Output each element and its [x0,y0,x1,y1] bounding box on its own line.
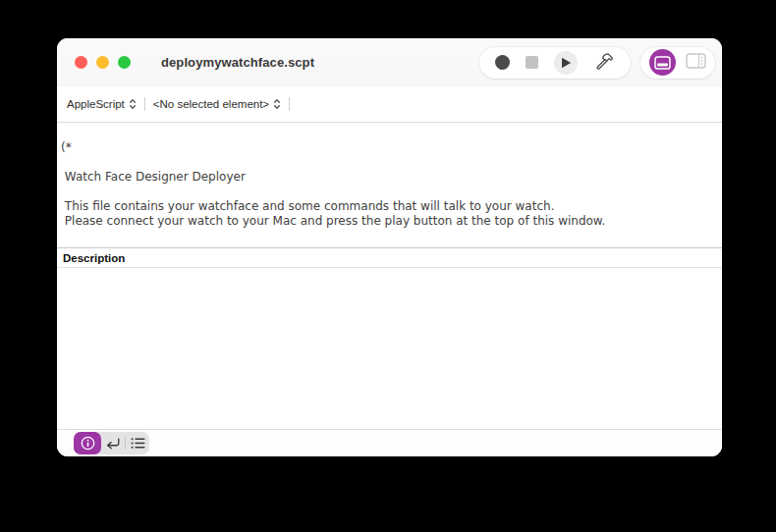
bullet-list-icon [131,437,145,450]
accessory-pane-title: Description [63,252,125,264]
play-icon [554,51,578,75]
description-tab[interactable] [74,432,101,454]
code-editor[interactable]: (* Watch Face Designer Deployer This fil… [57,123,722,247]
desktop: { "window": { "title": "deploymywatchfac… [0,0,776,532]
titlebar: deploymywatchface.scpt [57,38,722,86]
accessory-pane-header: Description [57,247,722,268]
panel-right-dots-icon [686,53,706,72]
element-popup-label: <No selected element> [153,98,269,110]
stop-button[interactable] [526,56,538,69]
bundle-contents-button[interactable] [686,53,706,72]
script-controls-group [479,47,631,79]
traffic-lights [75,56,131,69]
minimize-button[interactable] [96,56,109,69]
navigation-bar: AppleScript <No selected element> [57,86,722,123]
log-tab[interactable] [126,432,149,454]
popup-chevrons-icon [129,98,137,110]
script-text[interactable]: (* Watch Face Designer Deployer This fil… [57,123,722,229]
run-button[interactable] [554,51,578,75]
panel-bottom-icon [649,49,676,76]
accessory-view-selector [74,432,149,454]
description-content-area[interactable] [57,268,722,429]
window-title: deploymywatchface.scpt [161,55,314,70]
record-button[interactable] [495,55,510,70]
language-popup[interactable]: AppleScript [67,98,137,110]
stop-square-icon [526,56,538,69]
bottom-toolbar [57,429,722,456]
record-circle-icon [495,55,510,70]
script-editor-window: deploymywatchface.scpt [57,38,722,456]
close-button[interactable] [75,56,87,69]
divider [289,97,290,111]
view-toggles-group [640,47,715,79]
element-popup[interactable]: <No selected element> [153,98,281,110]
popup-chevrons-icon [273,98,281,110]
info-circle-icon [81,436,95,451]
hammer-icon [593,50,615,75]
result-tab[interactable] [101,432,125,454]
language-popup-label: AppleScript [67,98,125,110]
return-arrow-icon [105,437,121,450]
zoom-button[interactable] [118,56,131,69]
accessory-panel-toggle-button[interactable] [649,49,676,76]
divider [144,97,145,111]
compile-button[interactable] [593,50,615,75]
